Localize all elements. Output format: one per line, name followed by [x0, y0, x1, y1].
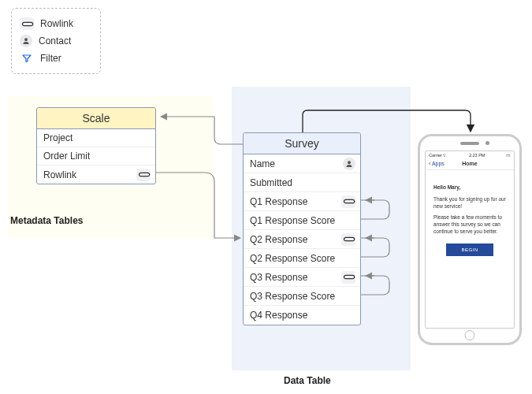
contact-icon — [343, 158, 355, 170]
row-label: Name — [250, 158, 275, 169]
table-row: Q3 Response ⊂⊃ — [244, 268, 360, 287]
table-row: Q3 Response Score — [244, 287, 360, 306]
legend-label: Contact — [39, 35, 71, 46]
rowlink-icon: ⊂⊃ — [341, 195, 355, 208]
page-title: Home — [462, 161, 477, 166]
begin-button[interactable]: BEGIN — [446, 243, 493, 256]
table-scale-header: Scale — [37, 108, 155, 129]
rowlink-icon: ⊂⊃ — [341, 271, 355, 284]
carrier-label: Carrier ᯤ — [429, 153, 448, 158]
legend-item-rowlink: ⊂⊃ Rowlink — [20, 15, 92, 32]
table-row: Q4 Response — [244, 306, 360, 325]
rowlink-icon: ⊂⊃ — [136, 169, 151, 181]
phone-camera — [485, 141, 489, 145]
row-label: Rowlink — [43, 169, 76, 180]
legend-label: Rowlink — [40, 18, 73, 29]
paragraph-2: Please take a few moments to answer this… — [433, 214, 506, 235]
paragraph-1: Thank you for signing up for our new ser… — [433, 196, 506, 210]
metadata-tables-label: Metadata Tables — [10, 215, 83, 226]
table-row: Q1 Response Score — [244, 211, 360, 230]
table-row: Q2 Response Score — [244, 249, 360, 268]
row-label: Order Limit — [43, 151, 90, 162]
row-label: Q2 Response Score — [250, 253, 335, 264]
table-row: Project — [37, 129, 155, 147]
table-row: Submitted — [244, 173, 360, 192]
row-label: Q1 Response Score — [250, 215, 335, 226]
phone-screen: Carrier ᯤ 2:23 PM ▭ ‹ Apps Home Hello Ma… — [425, 151, 515, 329]
phone-body: Hello Mary, Thank you for signing up for… — [426, 170, 514, 256]
row-label: Submitted — [250, 177, 292, 188]
time-label: 2:23 PM — [469, 153, 485, 158]
legend-box: ⊂⊃ Rowlink Contact Filter — [11, 8, 101, 74]
table-row: Order Limit — [37, 147, 155, 165]
table-row: Q1 Response ⊂⊃ — [244, 192, 360, 211]
table-survey: Survey Name Submitted Q1 Response ⊂⊃ Q1 … — [243, 132, 361, 325]
row-label: Q1 Response — [250, 196, 307, 207]
svg-point-0 — [24, 38, 28, 41]
home-button[interactable] — [465, 330, 475, 340]
phone-navbar: ‹ Apps Home — [426, 159, 514, 170]
data-table-label: Data Table — [284, 375, 331, 386]
phone-statusbar: Carrier ᯤ 2:23 PM ▭ — [426, 151, 514, 159]
table-row: Name — [244, 154, 360, 173]
battery-icon: ▭ — [506, 153, 511, 158]
table-row: Q2 Response ⊂⊃ — [244, 230, 360, 249]
filter-icon — [20, 52, 34, 65]
rowlink-icon: ⊂⊃ — [20, 17, 34, 30]
table-scale: Scale Project Order Limit Rowlink ⊂⊃ — [36, 107, 156, 184]
legend-item-filter: Filter — [20, 50, 92, 67]
row-label: Q4 Response — [250, 310, 307, 321]
back-button[interactable]: ‹ Apps — [429, 161, 445, 166]
legend-item-contact: Contact — [20, 32, 92, 50]
svg-point-1 — [348, 161, 351, 164]
row-label: Q2 Response — [250, 234, 307, 245]
contact-icon — [20, 35, 32, 47]
row-label: Project — [43, 132, 73, 143]
phone-mockup: Carrier ᯤ 2:23 PM ▭ ‹ Apps Home Hello Ma… — [418, 134, 522, 345]
table-row: Rowlink ⊂⊃ — [37, 165, 155, 184]
legend-label: Filter — [40, 53, 61, 64]
table-survey-header: Survey — [244, 133, 360, 154]
phone-speaker — [460, 142, 479, 145]
row-label: Q3 Response — [250, 272, 307, 283]
row-label: Q3 Response Score — [250, 291, 335, 302]
rowlink-icon: ⊂⊃ — [341, 233, 355, 246]
greeting-text: Hello Mary, — [433, 184, 506, 191]
